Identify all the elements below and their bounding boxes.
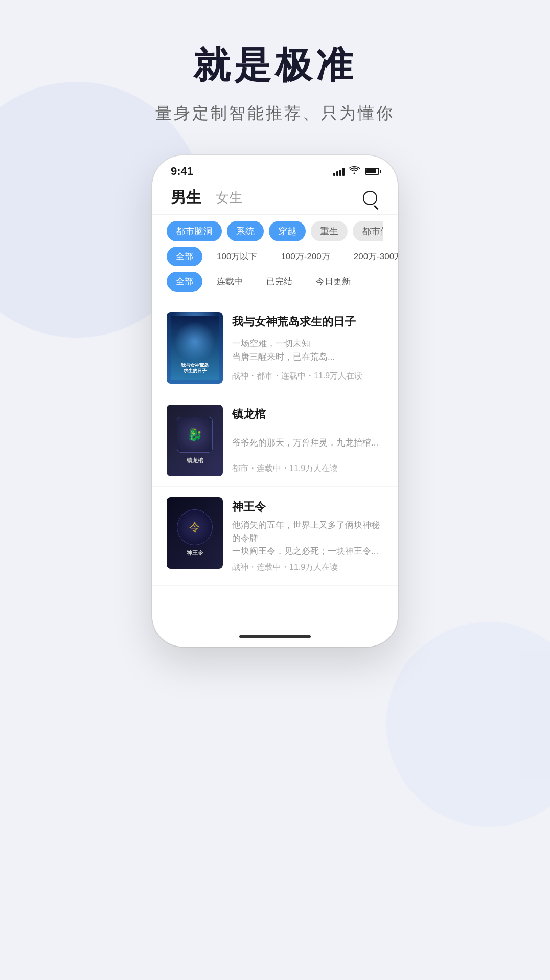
status-all[interactable]: 全部 [167,272,202,292]
tab-female[interactable]: 女生 [216,189,242,207]
book-title-1: 我与女神荒岛求生的日子 [232,314,383,329]
book-title-3: 神王令 [232,499,383,515]
book-cover-3: 令 神王令 [167,497,223,569]
book-desc-1: 一场空难，一切未知 当唐三醒来时，已在荒岛... [232,337,383,363]
genre-tag-transmigrate[interactable]: 穿越 [269,221,306,241]
header-section: 就是极准 量身定制智能推荐、只为懂你 [155,41,395,125]
phone-mockup: 9:41 男生 女生 [152,155,398,647]
genre-tags-row: 都市脑洞 系统 穿越 重生 都市修炼 ⌄ [167,221,383,241]
search-icon [363,191,377,205]
book-cover-2: 🐉 镇龙棺 [167,405,223,476]
home-indicator [152,626,398,647]
book-cover-1: 我与女神荒岛求生的日子 [167,312,223,384]
status-bar: 9:41 [152,155,398,183]
main-title: 就是极准 [155,41,395,90]
book-info-2: 镇龙棺 爷爷死的那天，万兽拜灵，九龙抬棺... 都市・连载中・11.9万人在读 [232,405,383,476]
status-completed[interactable]: 已完结 [257,272,302,292]
word-count-row: 全部 100万以下 100万-200万 200万-300万 [167,247,383,266]
status-row: 全部 连载中 已完结 今日更新 [167,272,383,292]
battery-icon [365,168,379,175]
book-item-1[interactable]: 我与女神荒岛求生的日子 我与女神荒岛求生的日子 一场空难，一切未知 当唐三醒来时… [152,302,398,394]
book-meta-1: 战神・都市・连载中・11.9万人在读 [232,371,383,382]
book-info-1: 我与女神荒岛求生的日子 一场空难，一切未知 当唐三醒来时，已在荒岛... 战神・… [232,312,383,384]
nav-tabs: 男生 女生 [152,183,398,215]
signal-icon [333,167,345,176]
search-button[interactable] [361,189,379,207]
genre-tag-urban[interactable]: 都市脑洞 [167,221,222,241]
bg-decoration-circle-2 [386,622,550,827]
tab-male[interactable]: 男生 [171,187,201,208]
book-title-2: 镇龙棺 [232,407,383,422]
filter-section: 都市脑洞 系统 穿越 重生 都市修炼 ⌄ 全部 100万以下 100万-200万… [152,215,398,298]
book-meta-3: 战神・连载中・11.9万人在读 [232,562,383,573]
book-item-2[interactable]: 🐉 镇龙棺 镇龙棺 爷爷死的那天，万兽拜灵，九龙抬棺... 都市・连载中・11.… [152,394,398,487]
status-ongoing[interactable]: 连载中 [208,272,252,292]
count-all[interactable]: 全部 [167,247,202,266]
status-time: 9:41 [171,165,193,178]
book-list: 我与女神荒岛求生的日子 我与女神荒岛求生的日子 一场空难，一切未知 当唐三醒来时… [152,298,398,626]
book-meta-2: 都市・连载中・11.9万人在读 [232,463,383,474]
book-info-3: 神王令 他消失的五年，世界上又多了俩块神秘的令牌 一块阎王令，见之必死；一块神王… [232,497,383,575]
book-desc-2: 爷爷死的那天，万兽拜灵，九龙抬棺... [232,436,383,450]
sub-title: 量身定制智能推荐、只为懂你 [155,102,395,125]
count-200w-300w[interactable]: 200万-300万 [345,247,398,266]
genre-tag-cultivation[interactable]: 都市修炼 [353,221,383,241]
phone-screen: 9:41 男生 女生 [152,155,398,647]
wifi-icon [349,166,360,177]
genre-tag-rebirth[interactable]: 重生 [311,221,348,241]
home-bar [239,635,311,638]
status-today-updated[interactable]: 今日更新 [307,272,360,292]
book-item-3[interactable]: 令 神王令 神王令 他消失的五年，世界上又多了俩块神秘的令牌 一块阎王令，见之必… [152,487,398,586]
count-100w-below[interactable]: 100万以下 [208,247,266,266]
book-desc-3: 他消失的五年，世界上又多了俩块神秘的令牌 一块阎王令，见之必死；一块神王令... [232,519,383,558]
count-100w-200w[interactable]: 100万-200万 [271,247,339,266]
status-icons [333,166,379,177]
genre-tag-system[interactable]: 系统 [227,221,264,241]
